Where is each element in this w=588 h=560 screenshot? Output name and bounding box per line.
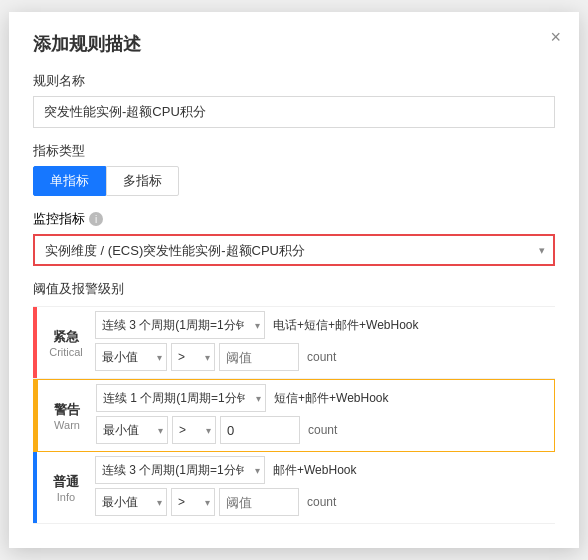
- critical-severity-sub: Critical: [49, 346, 83, 358]
- info-period-wrapper: 连续 3 个周期(1周期=1分钟): [95, 456, 265, 484]
- warn-row-bottom: 最小值 > count: [96, 416, 554, 444]
- warn-notify: 短信+邮件+WebHook: [274, 390, 554, 407]
- critical-row-top: 连续 3 个周期(1周期=1分钟) 电话+短信+邮件+WebHook: [95, 311, 555, 339]
- monitor-metric-label-wrapper: 监控指标 i: [33, 210, 555, 228]
- warn-severity-name: 警告: [54, 401, 80, 419]
- critical-row: 紧急 Critical 连续 3 个周期(1周期=1分钟) 电话+短信+邮件+W…: [33, 307, 555, 379]
- warn-threshold-input[interactable]: [220, 416, 300, 444]
- critical-agg-wrapper: 最小值: [95, 343, 167, 371]
- close-button[interactable]: ×: [550, 28, 561, 46]
- warn-period-select[interactable]: 连续 1 个周期(1周期=1分钟): [96, 384, 266, 412]
- info-threshold-input[interactable]: [219, 488, 299, 516]
- rule-name-label: 规则名称: [33, 72, 555, 90]
- info-severity-name: 普通: [53, 473, 79, 491]
- info-agg-wrapper: 最小值: [95, 488, 167, 516]
- info-period-select[interactable]: 连续 3 个周期(1周期=1分钟): [95, 456, 265, 484]
- dialog-title: 添加规则描述: [33, 32, 555, 56]
- warn-severity-cell: 警告 Warn: [38, 380, 96, 451]
- critical-notify: 电话+短信+邮件+WebHook: [273, 317, 555, 334]
- critical-period-wrapper: 连续 3 个周期(1周期=1分钟): [95, 311, 265, 339]
- info-row: 普通 Info 连续 3 个周期(1周期=1分钟) 邮件+WebHook 最小值: [33, 452, 555, 524]
- threshold-area: 紧急 Critical 连续 3 个周期(1周期=1分钟) 电话+短信+邮件+W…: [33, 306, 555, 524]
- monitor-metric-info-icon: i: [89, 212, 103, 226]
- monitor-metric-wrapper: 实例维度 / (ECS)突发性能实例-超额CPU积分 ▾: [33, 234, 555, 266]
- warn-row-top: 连续 1 个周期(1周期=1分钟) 短信+邮件+WebHook: [96, 384, 554, 412]
- critical-severity-name: 紧急: [53, 328, 79, 346]
- monitor-metric-select[interactable]: 实例维度 / (ECS)突发性能实例-超额CPU积分: [33, 234, 555, 266]
- add-rule-dialog: 添加规则描述 × 规则名称 指标类型 单指标 多指标 监控指标 i 实例维度 /…: [9, 12, 579, 548]
- warn-severity-sub: Warn: [54, 419, 80, 431]
- warn-row-content: 连续 1 个周期(1周期=1分钟) 短信+邮件+WebHook 最小值 >: [96, 380, 554, 451]
- monitor-metric-label: 监控指标: [33, 210, 85, 228]
- info-count-label: count: [307, 495, 336, 509]
- info-notify: 邮件+WebHook: [273, 462, 555, 479]
- warn-op-select[interactable]: >: [172, 416, 216, 444]
- critical-agg-select[interactable]: 最小值: [95, 343, 167, 371]
- info-row-content: 连续 3 个周期(1周期=1分钟) 邮件+WebHook 最小值 >: [95, 452, 555, 523]
- warn-count-label: count: [308, 423, 337, 437]
- warn-agg-select[interactable]: 最小值: [96, 416, 168, 444]
- critical-severity-cell: 紧急 Critical: [37, 307, 95, 378]
- critical-op-wrapper: >: [171, 343, 215, 371]
- warn-agg-wrapper: 最小值: [96, 416, 168, 444]
- warn-row: 警告 Warn 连续 1 个周期(1周期=1分钟) 短信+邮件+WebHook …: [33, 379, 555, 452]
- rule-name-input[interactable]: [33, 96, 555, 128]
- tab-multi-metric[interactable]: 多指标: [106, 166, 179, 196]
- critical-threshold-input[interactable]: [219, 343, 299, 371]
- warn-period-wrapper: 连续 1 个周期(1周期=1分钟): [96, 384, 266, 412]
- metric-type-label: 指标类型: [33, 142, 555, 160]
- critical-op-select[interactable]: >: [171, 343, 215, 371]
- critical-row-bottom: 最小值 > count: [95, 343, 555, 371]
- info-row-top: 连续 3 个周期(1周期=1分钟) 邮件+WebHook: [95, 456, 555, 484]
- info-op-select[interactable]: >: [171, 488, 215, 516]
- threshold-label: 阈值及报警级别: [33, 280, 555, 298]
- critical-period-select[interactable]: 连续 3 个周期(1周期=1分钟): [95, 311, 265, 339]
- critical-count-label: count: [307, 350, 336, 364]
- tab-single-metric[interactable]: 单指标: [33, 166, 106, 196]
- info-severity-sub: Info: [57, 491, 75, 503]
- metric-type-tabs: 单指标 多指标: [33, 166, 555, 196]
- info-row-bottom: 最小值 > count: [95, 488, 555, 516]
- warn-op-wrapper: >: [172, 416, 216, 444]
- info-op-wrapper: >: [171, 488, 215, 516]
- info-severity-cell: 普通 Info: [37, 452, 95, 523]
- critical-row-content: 连续 3 个周期(1周期=1分钟) 电话+短信+邮件+WebHook 最小值 >: [95, 307, 555, 378]
- info-agg-select[interactable]: 最小值: [95, 488, 167, 516]
